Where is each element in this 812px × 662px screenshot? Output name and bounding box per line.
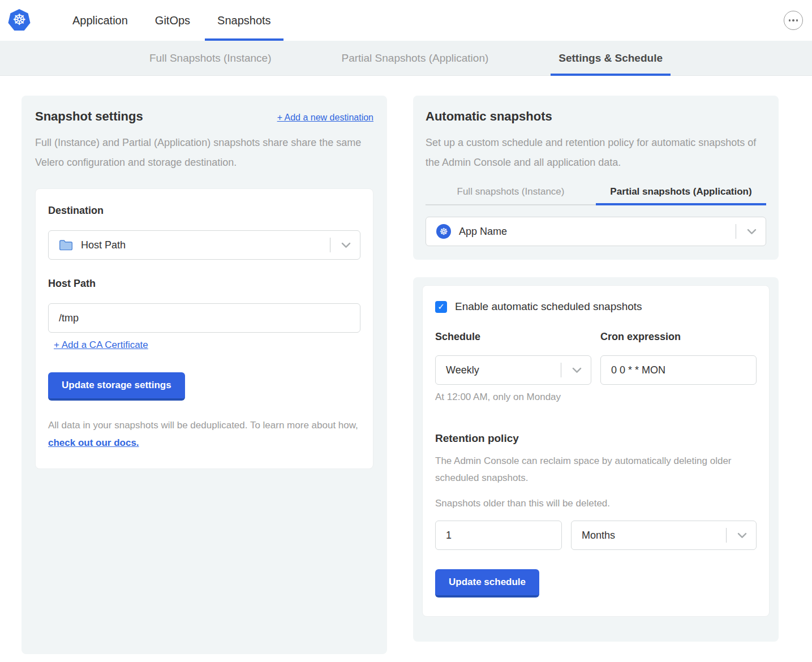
retention-unit-select[interactable]: Months [571,521,757,550]
enable-snapshots-checkbox-row[interactable]: ✓ Enable automatic scheduled snapshots [435,300,757,313]
dedup-note: All data in your snapshots will be dedup… [48,416,360,452]
chevron-down-icon [747,229,757,235]
helm-wheel-glyph: ☸ [12,12,26,27]
schedule-interval-select[interactable]: Weekly [435,355,591,385]
cron-human-readable: At 12:00 AM, only on Monday [435,392,591,403]
snapshot-settings-title: Snapshot settings [35,109,143,124]
select-divider [561,363,561,377]
schedule-card: ✓ Enable automatic scheduled snapshots S… [422,285,770,617]
snapshots-subnav: Full Snapshots (Instance) Partial Snapsh… [0,41,812,76]
chevron-down-icon [737,532,747,539]
chevron-down-icon [572,367,582,373]
host-path-input[interactable] [48,303,360,333]
nav-item-snapshots[interactable]: Snapshots [205,0,283,41]
cron-expression-label: Cron expression [600,331,757,343]
app-select[interactable]: ☸ App Name [426,217,766,246]
retention-unit-value: Months [582,530,615,541]
retention-policy-title: Retention policy [435,432,757,445]
top-nav-items: Application GitOps Snapshots [60,0,286,41]
ellipsis-dot [789,19,791,22]
snapshot-settings-description: Full (Instance) and Partial (Application… [35,133,373,173]
chevron-down-icon [341,242,351,248]
host-path-label: Host Path [48,278,360,290]
automatic-snapshots-description: Set up a custom schedule and retention p… [426,133,765,173]
snapshot-scope-tabs: Full snapshots (Instance) Partial snapsh… [426,186,766,205]
cron-expression-input[interactable] [600,355,757,385]
tab-settings-schedule[interactable]: Settings & Schedule [551,41,671,75]
automatic-snapshots-panel: Automatic snapshots Set up a custom sche… [413,96,779,260]
destination-select-value: Host Path [81,239,126,251]
app-kubernetes-icon: ☸ [436,224,451,239]
right-column: Automatic snapshots Set up a custom sche… [413,96,779,654]
docs-link[interactable]: check out our docs. [48,437,139,448]
kubernetes-logo-icon[interactable]: ☸ [8,8,31,33]
enable-snapshots-label: Enable automatic scheduled snapshots [455,300,642,313]
destination-select[interactable]: Host Path [48,230,360,260]
automatic-snapshots-title: Automatic snapshots [426,109,766,124]
schedule-interval-value: Weekly [446,364,479,376]
retention-policy-description: The Admin Console can reclaim space by a… [435,453,741,487]
top-nav: ☸ Application GitOps Snapshots [0,0,812,41]
ellipsis-dot [792,19,794,22]
schedule-outer-panel: ✓ Enable automatic scheduled snapshots S… [413,277,779,642]
scope-tab-partial-application[interactable]: Partial snapshots (Application) [596,186,766,205]
select-divider [330,238,330,252]
ellipsis-dot [796,19,798,22]
destination-label: Destination [48,205,360,217]
dedup-note-text: All data in your snapshots will be dedup… [48,420,358,431]
main-content: Snapshot settings + Add a new destinatio… [0,96,812,654]
select-divider [726,528,727,543]
tab-partial-snapshots-application[interactable]: Partial Snapshots (Application) [333,41,496,75]
nav-item-gitops[interactable]: GitOps [143,0,203,41]
add-ca-certificate-link[interactable]: + Add a CA Certificate [54,339,148,351]
retention-amount-input[interactable] [435,521,562,550]
select-divider [736,224,736,239]
retention-hint: Snapshots older than this will be delete… [435,498,757,509]
schedule-label: Schedule [435,331,591,343]
scope-tab-full-instance[interactable]: Full snapshots (Instance) [426,186,596,205]
tab-full-snapshots-instance[interactable]: Full Snapshots (Instance) [141,41,279,75]
overflow-menu-button[interactable] [784,11,803,30]
add-new-destination-link[interactable]: + Add a new destination [277,113,373,123]
update-schedule-button[interactable]: Update schedule [435,569,539,597]
folder-icon [59,239,73,251]
snapshot-settings-panel: Snapshot settings + Add a new destinatio… [22,96,387,654]
app-select-value: App Name [459,226,507,238]
update-storage-settings-button[interactable]: Update storage settings [48,372,185,401]
storage-settings-card: Destination Host Path Host Path [35,188,373,469]
nav-item-application[interactable]: Application [60,0,140,41]
checkbox-checked-icon[interactable]: ✓ [435,301,447,313]
